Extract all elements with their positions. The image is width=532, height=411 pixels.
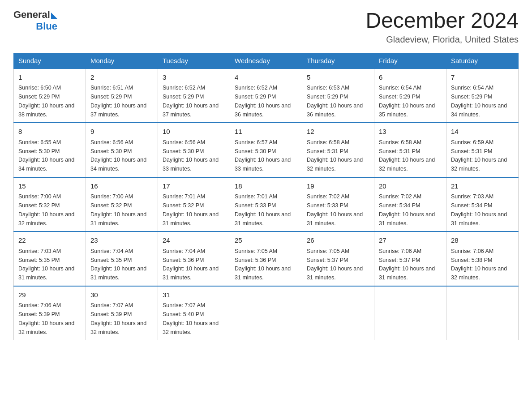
day-info: Sunrise: 6:56 AMSunset: 5:30 PMDaylight:…: [163, 139, 219, 172]
day-number: 14: [451, 127, 514, 137]
title-block: December 2024 Gladeview, Florida, United…: [365, 9, 519, 45]
calendar-day-cell: 14Sunrise: 6:59 AMSunset: 5:31 PMDayligh…: [446, 123, 519, 177]
day-number: 13: [379, 127, 442, 137]
day-number: 7: [451, 73, 514, 83]
day-number: 27: [379, 235, 442, 246]
day-info: Sunrise: 7:02 AMSunset: 5:33 PMDaylight:…: [307, 193, 363, 226]
day-info: Sunrise: 7:07 AMSunset: 5:39 PMDaylight:…: [90, 302, 146, 335]
calendar-week-row: 29Sunrise: 7:06 AMSunset: 5:39 PMDayligh…: [14, 286, 519, 340]
day-number: 12: [307, 127, 369, 137]
calendar-week-row: 22Sunrise: 7:03 AMSunset: 5:35 PMDayligh…: [14, 231, 519, 286]
calendar-day-cell: 27Sunrise: 7:06 AMSunset: 5:37 PMDayligh…: [374, 231, 446, 286]
day-number: 17: [163, 181, 225, 192]
calendar-day-cell: 3Sunrise: 6:52 AMSunset: 5:29 PMDaylight…: [158, 68, 230, 123]
calendar-day-cell: 30Sunrise: 7:07 AMSunset: 5:39 PMDayligh…: [86, 286, 158, 340]
calendar-day-cell: 6Sunrise: 6:54 AMSunset: 5:29 PMDaylight…: [374, 68, 446, 123]
day-info: Sunrise: 6:55 AMSunset: 5:30 PMDaylight:…: [18, 139, 74, 172]
header-tuesday: Tuesday: [158, 53, 230, 68]
day-info: Sunrise: 7:04 AMSunset: 5:36 PMDaylight:…: [163, 248, 219, 281]
calendar-day-cell: 4Sunrise: 6:52 AMSunset: 5:29 PMDaylight…: [230, 68, 302, 123]
calendar-day-cell: 8Sunrise: 6:55 AMSunset: 5:30 PMDaylight…: [14, 123, 86, 177]
day-info: Sunrise: 7:05 AMSunset: 5:37 PMDaylight:…: [307, 248, 363, 281]
day-info: Sunrise: 6:58 AMSunset: 5:31 PMDaylight:…: [379, 139, 435, 172]
day-info: Sunrise: 7:06 AMSunset: 5:38 PMDaylight:…: [451, 248, 507, 281]
calendar-day-cell: 22Sunrise: 7:03 AMSunset: 5:35 PMDayligh…: [14, 231, 86, 286]
day-info: Sunrise: 6:54 AMSunset: 5:29 PMDaylight:…: [451, 85, 507, 117]
header-saturday: Saturday: [446, 53, 519, 68]
day-info: Sunrise: 6:54 AMSunset: 5:29 PMDaylight:…: [379, 85, 435, 117]
day-number: 20: [379, 181, 442, 192]
day-number: 2: [90, 73, 153, 83]
day-info: Sunrise: 7:00 AMSunset: 5:32 PMDaylight:…: [90, 193, 146, 226]
day-info: Sunrise: 6:58 AMSunset: 5:31 PMDaylight:…: [307, 139, 363, 172]
calendar-day-cell: [302, 286, 374, 340]
day-info: Sunrise: 7:00 AMSunset: 5:32 PMDaylight:…: [18, 193, 74, 226]
calendar-day-cell: 15Sunrise: 7:00 AMSunset: 5:32 PMDayligh…: [14, 177, 86, 232]
calendar-day-cell: 17Sunrise: 7:01 AMSunset: 5:32 PMDayligh…: [158, 177, 230, 232]
day-number: 18: [235, 181, 297, 192]
day-info: Sunrise: 6:59 AMSunset: 5:31 PMDaylight:…: [451, 139, 507, 172]
day-number: 29: [18, 290, 81, 300]
day-info: Sunrise: 7:03 AMSunset: 5:34 PMDaylight:…: [451, 193, 507, 226]
calendar-day-cell: 25Sunrise: 7:05 AMSunset: 5:36 PMDayligh…: [230, 231, 302, 286]
page-header: General Blue December 2024 Gladeview, Fl…: [13, 9, 519, 45]
day-number: 3: [163, 73, 225, 83]
calendar-day-cell: 31Sunrise: 7:07 AMSunset: 5:40 PMDayligh…: [158, 286, 230, 340]
day-number: 8: [18, 127, 81, 137]
calendar-week-row: 8Sunrise: 6:55 AMSunset: 5:30 PMDaylight…: [14, 123, 519, 177]
day-info: Sunrise: 7:03 AMSunset: 5:35 PMDaylight:…: [18, 248, 74, 281]
logo: General Blue: [13, 9, 57, 32]
day-number: 4: [235, 73, 297, 83]
calendar-day-cell: 11Sunrise: 6:57 AMSunset: 5:30 PMDayligh…: [230, 123, 302, 177]
calendar-day-cell: 9Sunrise: 6:56 AMSunset: 5:30 PMDaylight…: [86, 123, 158, 177]
header-thursday: Thursday: [302, 53, 374, 68]
calendar-week-row: 15Sunrise: 7:00 AMSunset: 5:32 PMDayligh…: [14, 177, 519, 232]
day-number: 11: [235, 127, 297, 137]
calendar-day-cell: [446, 286, 519, 340]
calendar-day-cell: 12Sunrise: 6:58 AMSunset: 5:31 PMDayligh…: [302, 123, 374, 177]
day-info: Sunrise: 7:07 AMSunset: 5:40 PMDaylight:…: [163, 302, 219, 335]
header-monday: Monday: [86, 53, 158, 68]
day-number: 19: [307, 181, 369, 192]
day-info: Sunrise: 6:51 AMSunset: 5:29 PMDaylight:…: [90, 85, 146, 117]
day-number: 25: [235, 235, 297, 246]
location-title: Gladeview, Florida, United States: [365, 34, 519, 45]
calendar-day-cell: 26Sunrise: 7:05 AMSunset: 5:37 PMDayligh…: [302, 231, 374, 286]
day-number: 31: [163, 290, 225, 300]
day-info: Sunrise: 7:06 AMSunset: 5:37 PMDaylight:…: [379, 248, 435, 281]
calendar-day-cell: 29Sunrise: 7:06 AMSunset: 5:39 PMDayligh…: [14, 286, 86, 340]
logo-triangle-icon: [51, 13, 57, 19]
calendar-day-cell: [374, 286, 446, 340]
day-info: Sunrise: 6:52 AMSunset: 5:29 PMDaylight:…: [163, 85, 219, 117]
header-wednesday: Wednesday: [230, 53, 302, 68]
day-info: Sunrise: 7:04 AMSunset: 5:35 PMDaylight:…: [90, 248, 146, 281]
day-info: Sunrise: 7:01 AMSunset: 5:32 PMDaylight:…: [163, 193, 219, 226]
day-number: 21: [451, 181, 514, 192]
header-sunday: Sunday: [14, 53, 86, 68]
calendar-day-cell: 28Sunrise: 7:06 AMSunset: 5:38 PMDayligh…: [446, 231, 519, 286]
day-info: Sunrise: 6:52 AMSunset: 5:29 PMDaylight:…: [235, 85, 291, 117]
day-number: 10: [163, 127, 225, 137]
day-info: Sunrise: 6:53 AMSunset: 5:29 PMDaylight:…: [307, 85, 363, 117]
calendar-day-cell: [230, 286, 302, 340]
calendar-day-cell: 16Sunrise: 7:00 AMSunset: 5:32 PMDayligh…: [86, 177, 158, 232]
calendar-day-cell: 23Sunrise: 7:04 AMSunset: 5:35 PMDayligh…: [86, 231, 158, 286]
day-number: 5: [307, 73, 369, 83]
day-number: 6: [379, 73, 442, 83]
calendar-day-cell: 2Sunrise: 6:51 AMSunset: 5:29 PMDaylight…: [86, 68, 158, 123]
month-title: December 2024: [365, 9, 519, 33]
day-number: 15: [18, 181, 81, 192]
day-info: Sunrise: 6:50 AMSunset: 5:29 PMDaylight:…: [18, 85, 74, 117]
day-info: Sunrise: 7:05 AMSunset: 5:36 PMDaylight:…: [235, 248, 291, 281]
day-number: 26: [307, 235, 369, 246]
day-number: 16: [90, 181, 153, 192]
day-number: 28: [451, 235, 514, 246]
logo-general: General: [13, 9, 50, 21]
calendar-day-cell: 1Sunrise: 6:50 AMSunset: 5:29 PMDaylight…: [14, 68, 86, 123]
day-info: Sunrise: 7:01 AMSunset: 5:33 PMDaylight:…: [235, 193, 291, 226]
day-number: 9: [90, 127, 153, 137]
header-friday: Friday: [374, 53, 446, 68]
day-number: 30: [90, 290, 153, 300]
calendar-day-cell: 19Sunrise: 7:02 AMSunset: 5:33 PMDayligh…: [302, 177, 374, 232]
calendar-day-cell: 21Sunrise: 7:03 AMSunset: 5:34 PMDayligh…: [446, 177, 519, 232]
